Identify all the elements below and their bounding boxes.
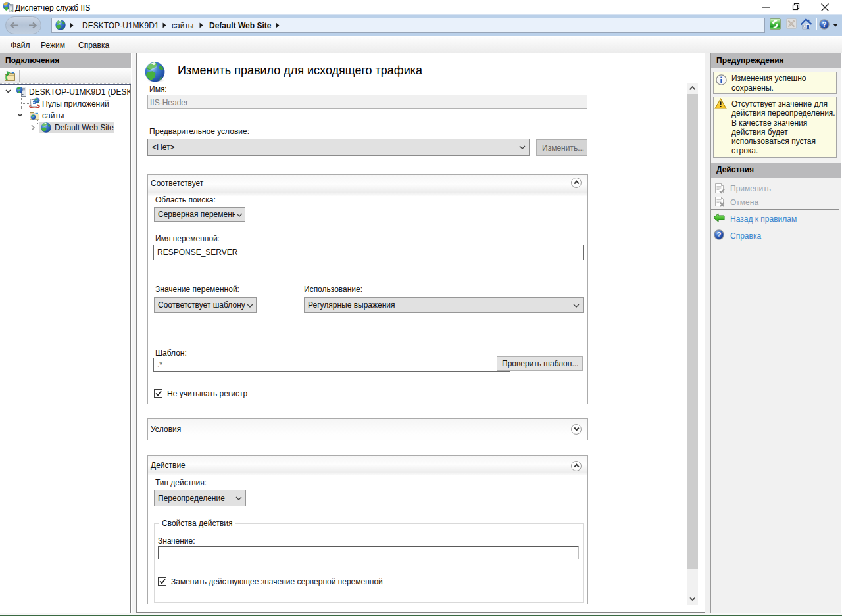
svg-text:?: ? — [822, 20, 826, 28]
svg-text:?: ? — [716, 231, 721, 239]
